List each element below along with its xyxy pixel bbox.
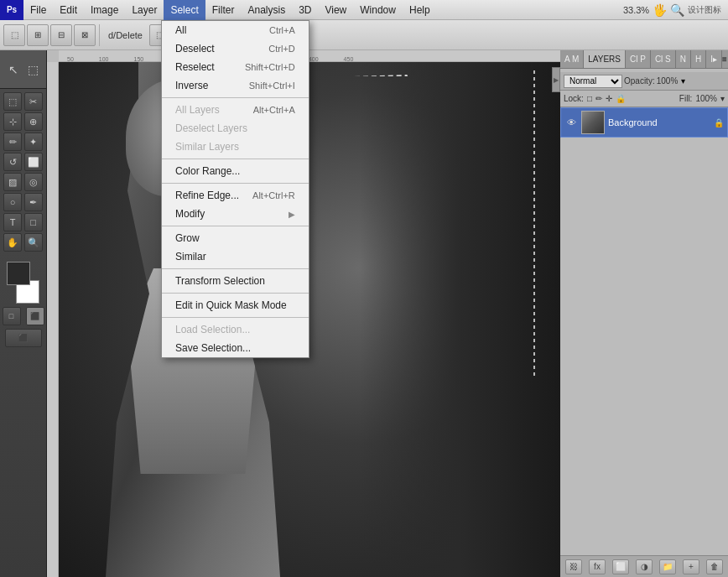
lasso-tool[interactable]: ⬚ <box>3 92 22 111</box>
menu-item-all-layers-label: All Layers <box>175 104 220 116</box>
separator-3 <box>162 183 309 184</box>
menu-item-deselect-label: Deselect <box>175 43 215 55</box>
menu-item-reselect[interactable]: Reselect Shift+Ctrl+D <box>162 58 309 76</box>
layers-panel: ▶ A M LAYERS Cl P Cl S N H I▸ ≡ Normal O… <box>560 50 728 577</box>
eraser-tool[interactable]: ⬜ <box>24 153 43 171</box>
tools-top-section: ↖ ⬚ <box>0 50 46 89</box>
panel-tab-layers[interactable]: LAYERS <box>584 50 626 69</box>
menu-item-transform-selection[interactable]: Transform Selection <box>162 272 309 290</box>
menu-edit[interactable]: Edit <box>53 0 84 20</box>
stamp-tool[interactable]: ✦ <box>24 133 43 151</box>
menu-image[interactable]: Image <box>84 0 125 20</box>
lock-row: Lock: □ ✏ ✛ 🔒 Fill: 100% ▾ <box>560 91 728 107</box>
panel-tab-cl-s[interactable]: Cl S <box>651 50 676 69</box>
lock-position-btn[interactable]: ✛ <box>606 94 612 103</box>
separator-1 <box>162 97 309 98</box>
opacity-value: 100% <box>657 76 679 86</box>
layer-fx-btn[interactable]: fx <box>589 559 606 574</box>
fill-arrow[interactable]: ▾ <box>720 94 725 103</box>
shape-tool[interactable]: □ <box>24 213 43 231</box>
link-layers-btn[interactable]: ⛓ <box>565 559 582 574</box>
history-tool[interactable]: ↺ <box>3 153 22 171</box>
menu-window[interactable]: Window <box>353 0 403 20</box>
hand-tool[interactable]: ✋ <box>3 233 22 252</box>
menu-item-save-selection[interactable]: Save Selection... <box>162 339 309 357</box>
screen-mode-btn[interactable]: ⬛ <box>5 329 42 347</box>
lock-pixels-btn[interactable]: ✏ <box>595 94 602 103</box>
new-layer-btn[interactable]: + <box>683 559 699 574</box>
separator-5 <box>162 268 309 269</box>
brush-tool[interactable]: ✏ <box>3 133 22 151</box>
ruler-top: 50 100 150 200 250 300 350 400 450 <box>59 50 560 62</box>
menu-item-grow[interactable]: Grow <box>162 229 309 247</box>
panel-tab-am[interactable]: A M <box>560 50 584 69</box>
panel-tab-n[interactable]: N <box>676 50 691 69</box>
options-toolbar: ⬚ ⊞ ⊟ ⊠ d/Delete ⬚ ⬚ ⬚ ▣ <box>0 20 728 50</box>
delete-layer-btn[interactable]: 🗑 <box>706 559 723 574</box>
menu-item-edit-quick-mask[interactable]: Edit in Quick Mask Mode <box>162 296 309 314</box>
add-group-btn[interactable]: 📁 <box>659 559 676 574</box>
arrow-tool[interactable]: ↖ <box>3 60 23 80</box>
menu-item-color-range-label: Color Range... <box>175 165 240 177</box>
separator-7 <box>162 317 309 318</box>
menu-item-save-selection-label: Save Selection... <box>175 342 251 354</box>
subtract-selection-btn[interactable]: ⊟ <box>50 24 72 46</box>
separator-2 <box>162 159 309 159</box>
layer-row-background[interactable]: 👁 Background 🔒 <box>560 107 728 138</box>
menu-item-refine-edge[interactable]: Refine Edge... Alt+Ctrl+R <box>162 186 309 205</box>
new-selection-btn[interactable]: ⬚ <box>3 24 25 46</box>
pen-tool[interactable]: ✒ <box>24 193 43 211</box>
menu-layer[interactable]: Layer <box>125 0 164 20</box>
menu-view[interactable]: View <box>318 0 353 20</box>
panel-tab-cl-p[interactable]: Cl P <box>626 50 651 69</box>
add-mask-btn[interactable]: ⬜ <box>612 559 629 574</box>
intersect-selection-btn[interactable]: ⊠ <box>74 24 96 46</box>
panel-menu-btn[interactable]: ≡ <box>722 55 728 64</box>
menu-item-reselect-label: Reselect <box>175 61 215 73</box>
heal-tool[interactable]: ⊕ <box>24 112 43 131</box>
foreground-color-swatch[interactable] <box>7 262 30 285</box>
menu-help[interactable]: Help <box>403 0 437 20</box>
menu-item-inverse[interactable]: Inverse Shift+Ctrl+I <box>162 76 309 95</box>
lock-label: Lock: <box>564 94 584 103</box>
app-logo: Ps <box>0 0 23 20</box>
eyedropper-tool[interactable]: ⊹ <box>3 112 22 131</box>
zoom-tool[interactable]: 🔍 <box>24 233 43 252</box>
panel-tab-i[interactable]: I▸ <box>706 50 722 69</box>
menu-item-similar[interactable]: Similar <box>162 247 309 266</box>
opacity-arrow[interactable]: ▾ <box>681 76 685 86</box>
menu-item-all[interactable]: All Ctrl+A <box>162 21 309 39</box>
blur-tool[interactable]: ◎ <box>24 173 43 191</box>
menu-select[interactable]: Select <box>164 0 205 20</box>
menu-filter[interactable]: Filter <box>205 0 242 20</box>
menu-analysis[interactable]: Analysis <box>241 0 292 20</box>
blend-mode-select[interactable]: Normal <box>564 75 622 88</box>
menu-3d[interactable]: 3D <box>292 0 318 20</box>
panel-tab-h[interactable]: H <box>691 50 706 69</box>
canvas-content[interactable] <box>59 62 560 577</box>
select-tool[interactable]: ⬚ <box>23 60 44 80</box>
quickmask-mode-btn[interactable]: ⬛ <box>26 307 44 325</box>
gradient-tool[interactable]: ▨ <box>3 173 22 191</box>
text-tool[interactable]: T <box>3 213 22 231</box>
opacity-label: Opacity: <box>624 76 655 86</box>
lock-all-btn[interactable]: 🔒 <box>616 94 626 103</box>
menu-file[interactable]: File <box>23 0 53 20</box>
add-selection-btn[interactable]: ⊞ <box>27 24 49 46</box>
menu-item-deselect[interactable]: Deselect Ctrl+D <box>162 39 309 58</box>
menu-item-similar-label: Similar <box>175 251 206 263</box>
fill-value: 100% <box>695 94 717 103</box>
layer-visibility-toggle[interactable]: 👁 <box>564 116 578 129</box>
collapse-right-panel-btn[interactable]: ▶ <box>552 67 560 92</box>
add-adjustment-btn[interactable]: ◑ <box>636 559 653 574</box>
dodge-tool[interactable]: ○ <box>3 193 22 211</box>
layer-lock-icon: 🔒 <box>714 118 724 127</box>
ruler-left <box>47 62 59 577</box>
standard-mode-btn[interactable]: □ <box>3 307 21 325</box>
menu-item-modify[interactable]: Modify ▶ <box>162 205 309 223</box>
menu-item-color-range[interactable]: Color Range... <box>162 162 309 180</box>
crop-tool[interactable]: ✂ <box>24 92 43 111</box>
lock-transparency-btn[interactable]: □ <box>587 94 592 103</box>
menu-item-grow-label: Grow <box>175 232 200 244</box>
menubar-right: 33.3% 🖐 🔍 设计图标 <box>623 3 728 17</box>
